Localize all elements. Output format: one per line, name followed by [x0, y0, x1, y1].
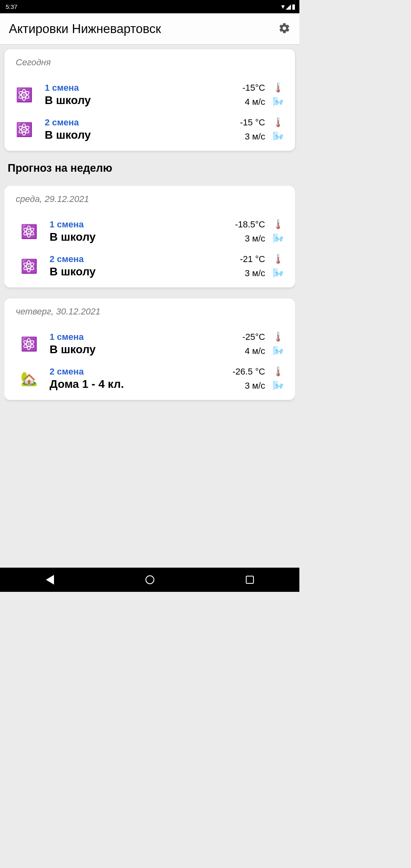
wind-value: 3 м/с [245, 381, 265, 391]
app-header: Актировки Нижневартовск [0, 13, 299, 45]
temp-value: -25°C [243, 332, 265, 342]
status-icons: ▾ ◢ ▮ [281, 2, 295, 11]
shift-label: 2 смена [45, 117, 240, 128]
weather-block: -25°C 🌡️ 4 м/с 🌬️ [243, 331, 284, 356]
shift-label: 2 смена [50, 366, 232, 377]
today-card: Сегодня ⚛️ 1 смена В школу -15°C 🌡️ 4 м/… [4, 49, 295, 151]
weather-block: -15°C 🌡️ 4 м/с 🌬️ [243, 82, 284, 107]
shift-label: 1 смена [50, 332, 243, 342]
weather-block: -21 °C 🌡️ 3 м/с 🌬️ [240, 254, 284, 279]
thermometer-icon: 🌡️ [272, 82, 284, 93]
thermometer-icon: 🌡️ [272, 331, 284, 342]
thermometer-icon: 🌡️ [272, 219, 284, 230]
home-button[interactable] [145, 575, 154, 584]
gear-icon [278, 22, 291, 34]
shift-status: Дома 1 - 4 кл. [50, 378, 232, 391]
weather-block: -26.5 °C 🌡️ 3 м/с 🌬️ [232, 366, 284, 391]
atom-icon: ⚛️ [16, 121, 32, 137]
thermometer-icon: 🌡️ [272, 366, 284, 377]
page-title: Актировки Нижневартовск [9, 22, 161, 36]
atom-icon: ⚛️ [16, 87, 32, 103]
wind-value: 4 м/с [245, 97, 265, 107]
shift-row: ⚛️ 1 смена В школу -15°C 🌡️ 4 м/с 🌬️ [12, 82, 288, 107]
wind-icon: 🌬️ [272, 346, 284, 356]
shift-label: 2 смена [50, 254, 240, 264]
shift-label: 1 смена [50, 219, 235, 230]
wind-icon: 🌬️ [272, 131, 284, 142]
shift-status: В школу [45, 94, 243, 107]
back-button[interactable] [46, 575, 54, 585]
atom-icon: ⚛️ [21, 336, 37, 352]
wind-value: 3 м/с [245, 131, 265, 142]
shift-row: 🏡 2 смена Дома 1 - 4 кл. -26.5 °C 🌡️ 3 м… [12, 366, 288, 391]
weather-block: -18.5°C 🌡️ 3 м/с 🌬️ [235, 219, 284, 244]
temp-value: -18.5°C [235, 219, 265, 230]
status-bar: 5:37 ▾ ◢ ▮ [0, 0, 299, 13]
wind-icon: 🌬️ [272, 233, 284, 244]
shift-row: ⚛️ 1 смена В школу -18.5°C 🌡️ 3 м/с 🌬️ [12, 219, 288, 244]
temp-value: -15 °C [240, 117, 265, 128]
wind-icon: 🌬️ [272, 268, 284, 279]
shift-status: В школу [45, 129, 240, 142]
battery-icon: ▮ [292, 2, 295, 11]
today-title: Сегодня [16, 57, 288, 68]
shift-row: ⚛️ 2 смена В школу -21 °C 🌡️ 3 м/с 🌬️ [12, 254, 288, 279]
shift-status: В школу [50, 231, 235, 244]
weather-block: -15 °C 🌡️ 3 м/с 🌬️ [240, 117, 284, 142]
temp-value: -15°C [243, 83, 265, 93]
wifi-icon: ▾ [281, 2, 285, 11]
wind-value: 3 м/с [245, 233, 265, 244]
shift-label: 1 смена [45, 83, 243, 93]
forecast-card: четверг, 30.12.2021 ⚛️ 1 смена В школу -… [4, 298, 295, 400]
forecast-date: четверг, 30.12.2021 [16, 306, 288, 317]
wind-value: 4 м/с [245, 346, 265, 356]
content-scroll[interactable]: Сегодня ⚛️ 1 смена В школу -15°C 🌡️ 4 м/… [0, 45, 299, 568]
home-icon: 🏡 [21, 371, 37, 387]
temp-value: -21 °C [240, 254, 265, 264]
wind-icon: 🌬️ [272, 380, 284, 391]
shift-row: ⚛️ 1 смена В школу -25°C 🌡️ 4 м/с 🌬️ [12, 331, 288, 356]
status-time: 5:37 [6, 3, 17, 10]
shift-status: В школу [50, 265, 240, 278]
settings-button[interactable] [278, 22, 291, 36]
nav-bar [0, 568, 299, 592]
forecast-date: среда, 29.12.2021 [16, 194, 288, 204]
forecast-heading: Прогноз на неделю [8, 162, 295, 175]
atom-icon: ⚛️ [21, 223, 37, 239]
wind-value: 3 м/с [245, 268, 265, 279]
thermometer-icon: 🌡️ [272, 117, 284, 128]
shift-status: В школу [50, 343, 243, 356]
shift-row: ⚛️ 2 смена В школу -15 °C 🌡️ 3 м/с 🌬️ [12, 117, 288, 142]
atom-icon: ⚛️ [21, 258, 37, 274]
wind-icon: 🌬️ [272, 96, 284, 107]
signal-icon: ◢ [286, 2, 291, 11]
temp-value: -26.5 °C [232, 366, 265, 377]
thermometer-icon: 🌡️ [272, 254, 284, 264]
recent-button[interactable] [246, 576, 254, 584]
forecast-card: среда, 29.12.2021 ⚛️ 1 смена В школу -18… [4, 186, 295, 287]
